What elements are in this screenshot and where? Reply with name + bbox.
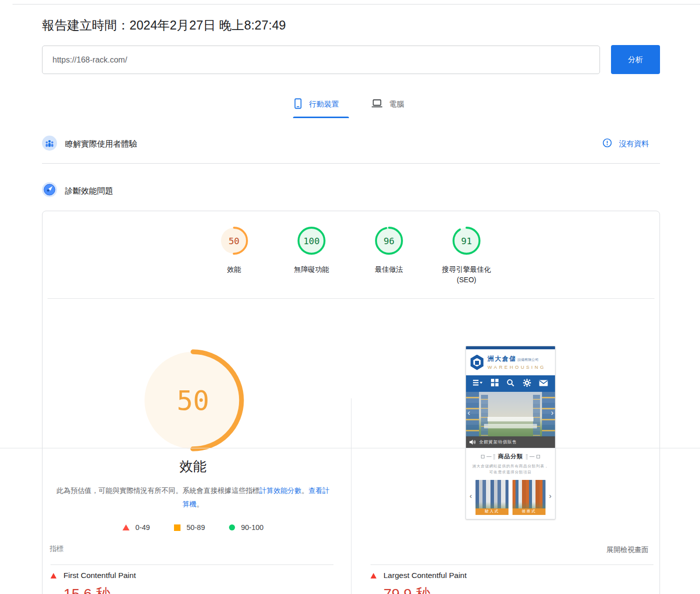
mail-icon	[539, 379, 548, 388]
score-label: 搜尋引擎最佳化 (SEO)	[426, 264, 506, 285]
page-screenshot-thumbnail[interactable]: 洲大倉儲設備有限公司 WAREHOUSING	[466, 346, 556, 519]
speaker-icon	[470, 439, 476, 445]
no-data-link[interactable]: 沒有資料	[602, 138, 649, 149]
gear-icon	[523, 379, 531, 389]
title-ornament-left	[481, 454, 495, 459]
menu-icon	[473, 379, 483, 388]
poor-triangle-icon	[50, 573, 56, 578]
search-icon	[506, 379, 514, 389]
users-icon	[42, 136, 57, 153]
score-value: 100	[297, 226, 326, 255]
section-divider	[42, 163, 660, 164]
site-navbar	[466, 375, 555, 392]
marquee-text: 全館貨架特價販售	[479, 439, 517, 445]
active-tab-underline	[293, 117, 349, 118]
carousel-prev-icon: ‹	[468, 409, 470, 417]
site-logo-en: WAREHOUSING	[488, 364, 546, 370]
product-label: 駛入式	[476, 508, 508, 515]
hero-text-overlay	[488, 417, 534, 421]
score-performance: 50 效能	[194, 226, 274, 275]
score-label: 最佳做法	[349, 264, 429, 275]
score-seo: 91 搜尋引擎最佳化 (SEO)	[426, 226, 506, 285]
score-accessibility: 100 無障礙功能	[272, 226, 352, 275]
good-circle-icon	[229, 524, 235, 530]
performance-gauge-value: 50	[140, 347, 246, 453]
products-desc: 洲大倉儲網站提供的所有商品分類列表，	[470, 463, 552, 469]
score-best-practices: 96 最佳做法	[349, 226, 429, 275]
top-divider	[12, 4, 700, 5]
expand-view-link[interactable]: 展開檢視畫面	[606, 545, 648, 554]
products-carousel: ‹ 駛入式 後推式 ›	[470, 480, 552, 515]
tab-desktop[interactable]: 電腦	[371, 95, 404, 113]
tab-desktop-label: 電腦	[389, 100, 404, 109]
score-value: 50	[220, 226, 248, 255]
product-photo: 後推式	[512, 480, 546, 515]
poor-triangle-icon	[122, 524, 130, 530]
products-title-row: 商品分類	[470, 453, 552, 460]
legend-poor: 0-49	[122, 523, 150, 531]
legend-range: 50-89	[186, 523, 205, 531]
site-logo-row: 洲大倉儲設備有限公司 WAREHOUSING	[466, 349, 555, 375]
pagespeed-report: 報告建立時間：2024年2月27日 晚上8:27:49 分析 行動裝置 電腦 瞭…	[0, 0, 700, 594]
disclaimer-text: 此為預估值，可能與實際情況有所不同。系統會直接根據這些指標	[56, 486, 260, 494]
lab-data-section-title: 診斷效能問題	[65, 186, 113, 197]
metrics-caption: 指標	[50, 544, 64, 553]
mobile-phone-icon	[293, 98, 303, 111]
report-created-time: 報告建立時間：2024年2月27日 晚上8:27:49	[42, 17, 286, 34]
score-label: 無障礙功能	[272, 264, 352, 275]
analyze-button[interactable]: 分析	[611, 45, 660, 74]
metric-value: 79.9 秒	[384, 584, 654, 594]
lighthouse-icon	[42, 182, 57, 199]
desktop-laptop-icon	[371, 99, 383, 110]
column-divider	[351, 398, 352, 594]
score-legend: 0-49 50-89 90-100	[56, 523, 330, 531]
metric-value: 15.6 秒	[64, 584, 334, 594]
product-label: 後推式	[512, 508, 546, 515]
site-logo-text: 洲大倉儲設備有限公司	[488, 355, 546, 363]
score-value: 96	[374, 226, 404, 255]
performance-disclaimer: 此為預估值，可能與實際情況有所不同。系統會直接根據這些指標計算效能分數。查看計算…	[56, 484, 330, 511]
hero-text-overlay	[484, 424, 538, 428]
no-data-label: 沒有資料	[619, 139, 649, 149]
performance-gauge-title: 效能	[118, 457, 268, 475]
card-divider	[48, 298, 654, 299]
poor-triangle-icon	[370, 573, 376, 578]
score-label: 效能	[194, 264, 274, 275]
metric-fcp: First Contentful Paint 15.6 秒	[50, 564, 334, 594]
score-value: 91	[452, 226, 481, 255]
products-section: 商品分類 洲大倉儲網站提供的所有商品分類列表， 可依需求選擇分類項目 ‹ 駛入式…	[466, 448, 555, 515]
field-data-section-title: 瞭解實際使用者體驗	[65, 139, 137, 150]
site-logo-icon	[470, 355, 484, 370]
carousel-prev-icon: ‹	[470, 492, 472, 499]
average-square-icon	[174, 524, 180, 531]
metric-name: First Contentful Paint	[64, 571, 136, 580]
full-width-divider	[0, 448, 700, 448]
carousel-next-icon: ›	[549, 492, 552, 499]
legend-average: 50-89	[174, 523, 205, 531]
products-desc: 可依需求選擇分類項目	[470, 469, 552, 475]
grid-icon	[491, 379, 498, 388]
legend-range: 0-49	[136, 523, 150, 531]
hero-carousel: ‹ ›	[466, 392, 555, 436]
tab-mobile[interactable]: 行動裝置	[293, 95, 339, 113]
title-ornament-right	[526, 454, 540, 459]
marquee-bar: 全館貨架特價販售	[466, 436, 555, 448]
products-title: 商品分類	[498, 453, 523, 460]
carousel-next-icon: ›	[551, 409, 554, 417]
legend-good: 90-100	[229, 523, 264, 531]
metric-lcp: Largest Contentful Paint 79.9 秒	[370, 564, 654, 594]
product-photo: 駛入式	[476, 480, 508, 515]
calc-score-link[interactable]: 計算效能分數	[260, 486, 302, 494]
url-input[interactable]	[42, 46, 600, 74]
metric-name: Largest Contentful Paint	[384, 571, 466, 580]
legend-range: 90-100	[241, 523, 264, 531]
info-icon	[602, 138, 612, 149]
tab-mobile-label: 行動裝置	[309, 100, 339, 109]
